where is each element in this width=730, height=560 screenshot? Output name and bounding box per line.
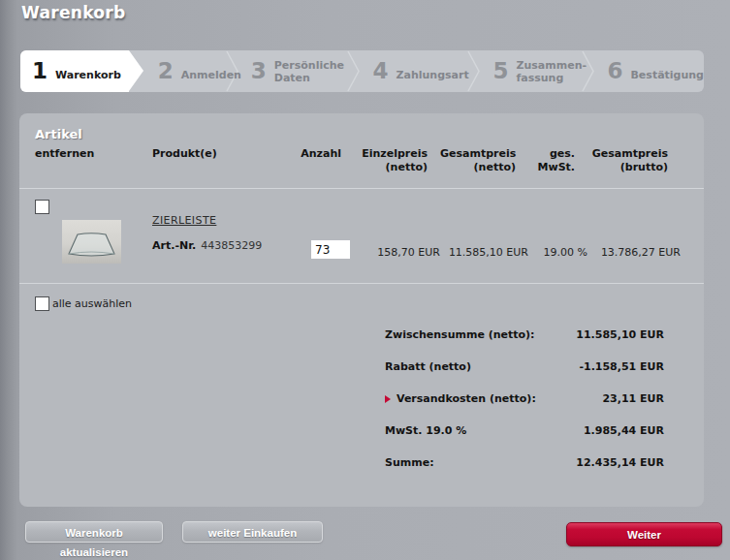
cart-panel: Artikel entfernen Produkt(e) Anzahl Einz… <box>19 113 704 507</box>
col-header-mwst: ges.MwSt. <box>528 147 587 174</box>
item-remove-cell <box>35 189 152 283</box>
step-label: Zahlungsart <box>396 69 468 81</box>
article-number-label: Art.-Nr. <box>152 239 196 252</box>
step-number: 6 <box>607 60 622 82</box>
col-header-gesamtpreis-brutto: Gesamtpreis(brutto) <box>587 147 681 174</box>
step-zahlungsart[interactable]: 4 Zahlungsart <box>361 50 467 92</box>
page-title: Warenkorb <box>21 3 125 22</box>
select-all-checkbox[interactable] <box>35 296 49 311</box>
next-button[interactable]: Weiter <box>566 522 722 546</box>
col-header-gesamtpreis-netto: Gesamtpreis(netto) <box>440 147 528 174</box>
col-header-anzahl: Anzahl <box>298 147 351 174</box>
step-anmelden[interactable]: 2 Anmelden <box>129 50 226 92</box>
step-label: Zusammen-fassung <box>516 59 584 84</box>
step-persoenliche-daten[interactable]: 3 Persönliche Daten <box>239 50 348 92</box>
chevron-right-icon <box>347 50 361 92</box>
checkout-steps: 1 Warenkorb 2 Anmelden 3 Persönliche Dat… <box>20 50 704 92</box>
chevron-right-icon <box>467 50 481 92</box>
step-number: 1 <box>32 60 48 82</box>
step-number: 2 <box>158 60 174 82</box>
step-number: 4 <box>372 60 388 82</box>
summary-row-vat: MwSt. 19.0 % 1.985,44 EUR <box>385 415 664 447</box>
col-header-entfernen: entfernen <box>35 147 152 174</box>
step-number: 3 <box>251 60 267 82</box>
item-vat-rate: 19.00 % <box>528 246 587 283</box>
summary-row-subtotal: Zwischensumme (netto): 11.585,10 EUR <box>385 319 664 351</box>
item-total-gross: 13.786,27 EUR <box>587 246 681 283</box>
update-cart-button[interactable]: Warenkorb aktualisieren <box>25 521 163 543</box>
col-header-produkte: Produkt(e) <box>152 147 298 174</box>
summary-row-discount: Rabatt (netto) -1.158,51 EUR <box>385 351 664 383</box>
col-header-einzelpreis: Einzelpreis(netto) <box>351 147 440 174</box>
item-total-net: 11.585,10 EUR <box>440 246 528 283</box>
cart-footer: alle auswählen Zwischensumme (netto): 11… <box>19 284 704 496</box>
step-label: Anmelden <box>181 69 241 81</box>
item-product-cell: ZIERLEISTE Art.-Nr.443853299 <box>152 189 298 283</box>
step-bestaetigung[interactable]: 6 Bestätigung <box>595 50 704 92</box>
cart-header-row: entfernen Produkt(e) Anzahl Einzelpreis(… <box>19 147 704 174</box>
step-number: 5 <box>492 60 508 82</box>
section-title: Artikel <box>35 127 704 141</box>
item-quantity-cell <box>298 189 351 283</box>
red-arrow-icon <box>385 395 391 403</box>
step-label: Warenkorb <box>55 69 121 81</box>
chevron-right-icon <box>582 50 595 92</box>
product-image[interactable] <box>62 220 121 264</box>
select-all-control: alle auswählen <box>35 296 132 311</box>
article-number-value: 443853299 <box>201 239 262 252</box>
cart-item-row: ZIERLEISTE Art.-Nr.443853299 158,70 EUR … <box>19 189 704 283</box>
summary-row-shipping: Versandkosten (netto): 23,11 EUR <box>385 383 664 415</box>
product-link[interactable]: ZIERLEISTE <box>152 214 216 227</box>
continue-shopping-button[interactable]: weiter Einkaufen <box>182 521 323 543</box>
step-zusammenfassung[interactable]: 5 Zusammen-fassung <box>481 50 582 92</box>
active-step-arrow <box>129 50 143 91</box>
item-unit-price-net: 158,70 EUR <box>351 246 440 283</box>
select-all-label: alle auswählen <box>52 297 132 310</box>
step-label: Persönliche Daten <box>274 59 342 84</box>
step-warenkorb[interactable]: 1 Warenkorb <box>20 50 129 92</box>
remove-item-checkbox[interactable] <box>35 200 49 214</box>
quantity-input[interactable] <box>311 240 350 259</box>
cart-summary: Zwischensumme (netto): 11.585,10 EUR Rab… <box>385 319 664 479</box>
article-number-line: Art.-Nr.443853299 <box>152 239 298 252</box>
summary-row-total: Summe: 12.435,14 EUR <box>385 447 664 479</box>
step-label: Bestätigung <box>630 69 704 81</box>
